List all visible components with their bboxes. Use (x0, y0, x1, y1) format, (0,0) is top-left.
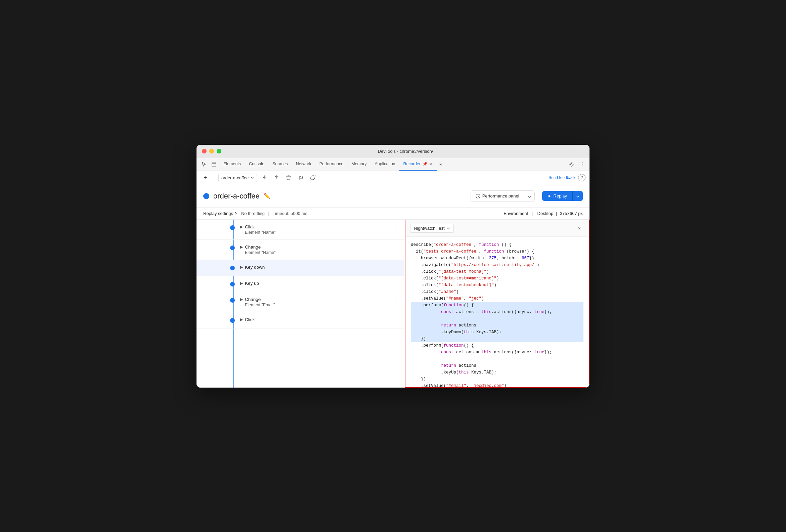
code-line-highlighted (411, 315, 583, 322)
import-button[interactable] (272, 173, 281, 182)
step-content: ▶ Change Element "Email" (240, 297, 391, 307)
svg-point-4 (582, 164, 582, 165)
recorder-tab-close[interactable]: ✕ (430, 162, 433, 166)
tab-performance[interactable]: Performance (316, 158, 348, 170)
traffic-lights (202, 149, 221, 154)
dock-icon[interactable] (209, 160, 219, 169)
code-line: browser.windowRect({width: 375, height: … (411, 255, 583, 262)
devtools-window: DevTools - chrome://version/ Elements Co… (196, 145, 590, 388)
step-title: ▶ Click (240, 224, 391, 229)
step-dot (230, 282, 235, 286)
svg-point-2 (571, 164, 572, 165)
step-dot (230, 266, 235, 270)
tab-sources[interactable]: Sources (269, 158, 292, 170)
recorder-pin-icon: 📌 (422, 162, 427, 166)
recorder-toolbar: + order-a-coffee Send feedback ? (196, 171, 590, 185)
close-button[interactable] (202, 149, 207, 154)
more-tabs-button[interactable]: » (437, 161, 445, 167)
code-line: .setValue("#name", "jec") (411, 295, 583, 302)
step-change-2[interactable]: ▶ Change Element "Email" ⋮ (196, 292, 405, 313)
loop-button[interactable] (308, 173, 318, 182)
step-title: ▶ Change (240, 245, 391, 250)
code-line: .setValue("#email", "jec@jec.com") (411, 383, 583, 387)
code-line: describe("order-a-coffee", function () { (411, 241, 583, 248)
step-expand-icon[interactable]: ▶ (240, 297, 243, 302)
step-dot (230, 298, 235, 303)
code-line-highlighted: .perform(function() { (411, 302, 583, 309)
export-button[interactable] (260, 173, 269, 182)
code-line: return actions (411, 363, 583, 369)
main-content: order-a-coffee ✏️ Performance panel Repl… (196, 185, 590, 388)
delete-button[interactable] (284, 173, 293, 182)
step-content: ▶ Click (240, 317, 391, 322)
step-title: ▶ Key down (240, 265, 391, 270)
step-menu-button[interactable]: ⋮ (391, 224, 401, 231)
step-subtitle: Element "Email" (245, 303, 391, 307)
minimize-button[interactable] (209, 149, 214, 154)
step-content: ▶ Key down (240, 265, 391, 270)
step-change-1[interactable]: ▶ Change Element "Name" ⋮ (196, 240, 405, 260)
cursor-icon[interactable] (199, 160, 209, 169)
tab-elements[interactable]: Elements (219, 158, 245, 170)
performance-panel-dropdown[interactable] (524, 191, 534, 202)
environment-label: Environment (504, 211, 528, 216)
play-button[interactable] (296, 173, 305, 182)
edit-name-icon[interactable]: ✏️ (264, 193, 270, 199)
step-expand-icon[interactable]: ▶ (240, 317, 243, 322)
performance-panel-button[interactable]: Performance panel (471, 191, 524, 201)
tab-recorder[interactable]: Recorder 📌 ✕ (399, 158, 437, 170)
code-panel: Nightwatch Test × describe("order-a-coff… (405, 219, 590, 388)
environment-value: Desktop (537, 211, 554, 216)
code-body[interactable]: describe("order-a-coffee", function () {… (406, 237, 589, 387)
tab-application[interactable]: Application (370, 158, 399, 170)
environment-info: Environment | Desktop | 375×667 px (504, 211, 583, 216)
step-menu-button[interactable]: ⋮ (391, 297, 401, 303)
help-button[interactable]: ? (578, 174, 585, 181)
tab-console[interactable]: Console (245, 158, 269, 170)
replay-button-group: Replay (542, 191, 583, 201)
recording-selector[interactable]: order-a-coffee (218, 174, 257, 182)
step-expand-icon[interactable]: ▶ (240, 265, 243, 269)
steps-list: ▶ Click Element "Name" ⋮ ▶ Change (196, 219, 405, 388)
step-menu-button[interactable]: ⋮ (391, 245, 401, 251)
code-line-highlighted: .keyDown(this.Keys.TAB); (411, 329, 583, 336)
send-feedback-link[interactable]: Send feedback (549, 175, 575, 180)
step-keydown-1[interactable]: ▶ Key down ⋮ (196, 260, 405, 276)
tab-network[interactable]: Network (292, 158, 316, 170)
recording-status-dot (203, 193, 209, 199)
replay-button[interactable]: Replay (542, 191, 573, 201)
devtools-tabbar: Elements Console Sources Network Perform… (196, 158, 590, 171)
code-line (411, 356, 583, 363)
step-menu-button[interactable]: ⋮ (391, 317, 401, 323)
recording-name: order-a-coffee (213, 192, 260, 201)
performance-panel-button-group: Performance panel (470, 190, 535, 202)
step-menu-button[interactable]: ⋮ (391, 265, 401, 271)
code-line: .navigateTo("https://coffee-cart.netlify… (411, 262, 583, 268)
step-click-1[interactable]: ▶ Click Element "Name" ⋮ (196, 219, 405, 240)
settings-icon[interactable] (567, 160, 576, 169)
step-expand-icon[interactable]: ▶ (240, 245, 243, 249)
tab-memory[interactable]: Memory (347, 158, 370, 170)
recording-header: order-a-coffee ✏️ Performance panel Repl… (196, 185, 590, 208)
step-dot (230, 225, 235, 230)
titlebar: DevTools - chrome://version/ (196, 145, 590, 158)
code-line: .keyUp(this.Keys.TAB); (411, 369, 583, 376)
step-content: ▶ Key up (240, 281, 391, 286)
step-expand-icon[interactable]: ▶ (240, 281, 243, 285)
maximize-button[interactable] (217, 149, 221, 154)
step-expand-icon[interactable]: ▶ (240, 225, 243, 229)
add-recording-button[interactable]: + (201, 173, 210, 182)
replay-dropdown-button[interactable] (573, 191, 583, 201)
code-panel-header: Nightwatch Test × (406, 220, 589, 237)
step-keyup-1[interactable]: ▶ Key up ⋮ (196, 276, 405, 292)
format-selector[interactable]: Nightwatch Test (410, 224, 454, 233)
code-line: const actions = this.actions({async: tru… (411, 349, 583, 356)
code-panel-close[interactable]: × (575, 224, 584, 233)
environment-dimensions: 375×667 px (560, 211, 583, 216)
svg-rect-0 (212, 162, 216, 166)
replay-settings-toggle[interactable]: Replay settings (203, 211, 237, 216)
step-click-2[interactable]: ▶ Click ⋮ (196, 313, 405, 328)
code-line-highlighted: }) (411, 336, 583, 342)
more-options-icon[interactable] (577, 160, 587, 169)
step-menu-button[interactable]: ⋮ (391, 281, 401, 287)
